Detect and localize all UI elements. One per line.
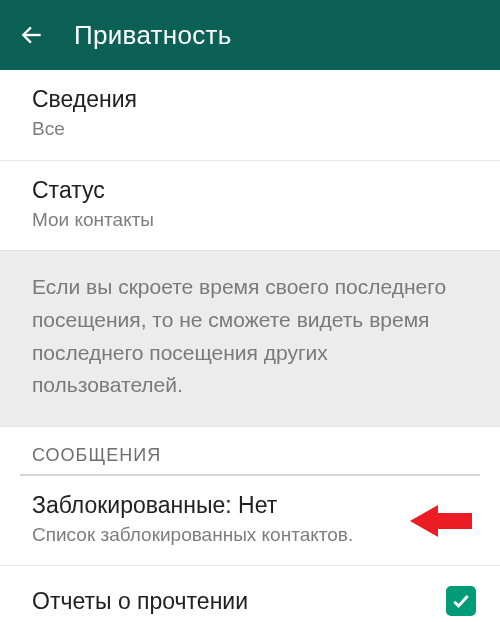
setting-status-title: Статус <box>32 175 468 206</box>
arrow-left-red-icon <box>410 501 472 541</box>
svg-marker-1 <box>410 505 472 537</box>
setting-status[interactable]: Статус Мои контакты <box>0 161 500 251</box>
setting-blocked-title: Заблокированные: Нет <box>32 490 468 521</box>
annotation-arrow <box>410 501 472 541</box>
info-note: Если вы скроете время своего последнего … <box>0 250 500 426</box>
setting-status-value: Мои контакты <box>32 208 468 233</box>
back-button[interactable] <box>18 21 46 49</box>
setting-read-receipts-title: Отчеты о прочтении <box>32 588 446 615</box>
setting-blocked-subtitle: Список заблокированных контактов. <box>32 523 468 548</box>
setting-about-title: Сведения <box>32 84 468 115</box>
content: Сведения Все Статус Мои контакты Если вы… <box>0 70 500 616</box>
arrow-left-icon <box>19 22 45 48</box>
setting-about[interactable]: Сведения Все <box>0 70 500 160</box>
appbar: Приватность <box>0 0 500 70</box>
setting-blocked[interactable]: Заблокированные: Нет Список заблокирован… <box>0 476 500 566</box>
check-icon <box>451 591 471 611</box>
read-receipts-checkbox[interactable] <box>446 586 476 616</box>
setting-read-receipts[interactable]: Отчеты о прочтении <box>0 566 500 616</box>
setting-about-value: Все <box>32 117 468 142</box>
page-title: Приватность <box>74 20 232 51</box>
section-header-messages: СООБЩЕНИЯ <box>0 427 500 474</box>
